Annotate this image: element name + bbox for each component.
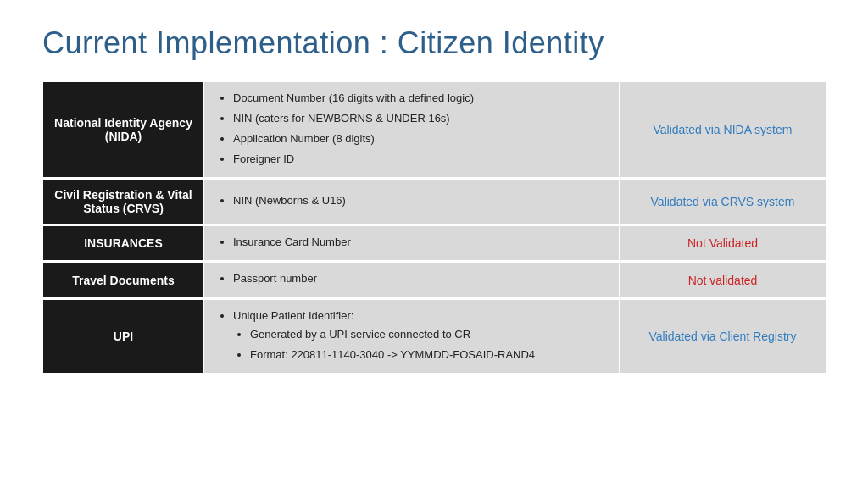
row-details-2: Insurance Card Number <box>204 225 620 262</box>
page-title: Current Implementation : Citizen Identit… <box>42 25 826 61</box>
row-details-3: Passport number <box>204 262 620 298</box>
row-label-0: National Identity Agency (NIDA) <box>43 82 204 179</box>
row-status-3: Not validated <box>620 262 826 298</box>
row-label-3: Travel Documents <box>43 262 204 298</box>
row-status-0: Validated via NIDA system <box>620 82 826 179</box>
page: Current Implementation : Citizen Identit… <box>0 0 868 488</box>
row-status-4: Validated via Client Registry <box>620 298 826 373</box>
row-label-1: Civil Registration & Vital Status (CRVS) <box>43 179 204 225</box>
row-details-1: NIN (Newborns & U16) <box>204 179 620 225</box>
row-label-2: INSURANCES <box>43 225 204 262</box>
table-wrapper: National Identity Agency (NIDA)Document … <box>42 81 826 471</box>
row-label-4: UPI <box>43 298 204 373</box>
row-status-1: Validated via CRVS system <box>620 179 826 225</box>
row-details-0: Document Number (16 digits with a define… <box>204 82 620 179</box>
row-status-2: Not Validated <box>620 225 826 262</box>
row-details-4: Unique Patient Identifier:Generated by a… <box>204 298 620 373</box>
identity-table: National Identity Agency (NIDA)Document … <box>42 81 826 374</box>
